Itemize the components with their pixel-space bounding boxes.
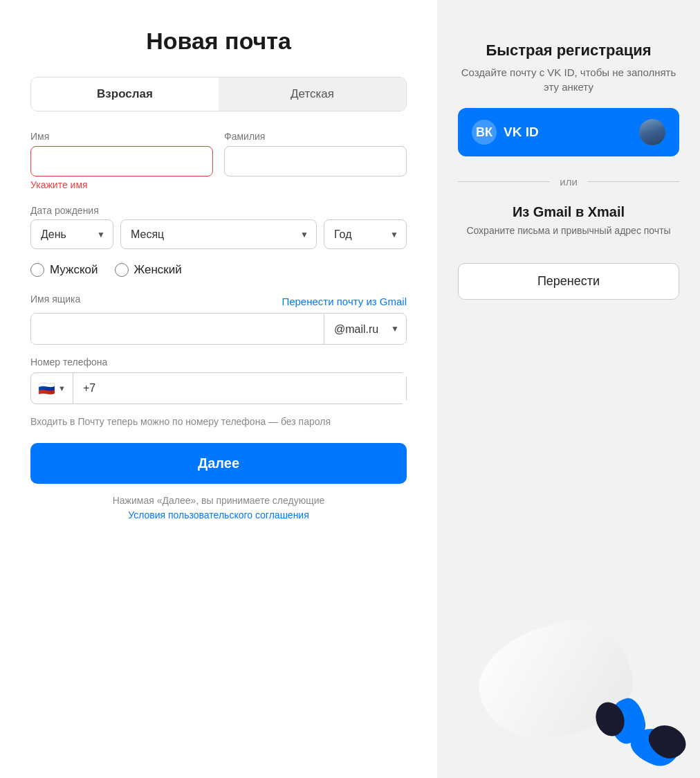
tab-switcher: Взрослая Детская	[30, 77, 407, 111]
or-divider: или	[458, 176, 679, 188]
surname-group: Фамилия	[224, 131, 407, 190]
vk-avatar	[639, 119, 665, 145]
phone-section: Номер телефона 🇷🇺 ▼	[30, 356, 407, 404]
gender-female-text: Женский	[134, 263, 182, 277]
gender-male-text: Мужской	[50, 263, 98, 277]
email-label-row: Имя ящика Перенести почту из Gmail	[30, 293, 407, 309]
or-line-right	[587, 181, 679, 182]
mailbox-label: Имя ящика	[30, 293, 80, 305]
russia-flag-icon: 🇷🇺	[38, 380, 55, 397]
transfer-button[interactable]: Перенести	[458, 263, 679, 300]
decorative-blobs	[465, 612, 700, 778]
left-panel: Новая почта Взрослая Детская Имя Укажите…	[0, 0, 437, 778]
vk-avatar-photo	[639, 119, 665, 145]
quick-reg-subtitle: Создайте почту с VK ID, чтобы не заполня…	[458, 65, 679, 94]
or-text: или	[560, 176, 578, 188]
email-section: Имя ящика Перенести почту из Gmail @mail…	[30, 293, 407, 345]
dob-day-select[interactable]: День	[30, 219, 113, 249]
dob-day-wrap: День ▼	[30, 219, 113, 249]
name-label: Имя	[30, 131, 213, 142]
name-error: Укажите имя	[30, 179, 213, 190]
tab-adult[interactable]: Взрослая	[31, 78, 219, 111]
vk-btn-left: ВК VK ID	[472, 120, 539, 145]
email-input-row: @mail.ru @inbox.ru @list.ru @bk.ru ▼	[30, 313, 407, 345]
gender-male-radio[interactable]	[30, 263, 44, 277]
terms-container: Нажимая «Далее», вы принимаете следующие…	[113, 494, 325, 523]
gender-male-label[interactable]: Мужской	[30, 263, 98, 277]
vk-btn-label: VK ID	[504, 125, 539, 140]
terms-link[interactable]: Условия пользовательского соглашения	[128, 509, 309, 521]
quick-reg-title: Быстрая регистрация	[486, 42, 651, 60]
phone-hint: Входить в Почту теперь можно по номеру т…	[30, 415, 407, 429]
terms-text: Нажимая «Далее», вы принимаете следующие	[113, 495, 325, 506]
name-input[interactable]	[30, 146, 213, 177]
phone-label: Номер телефона	[30, 356, 107, 368]
gmail-section: Из Gmail в Xmail Сохраните письма и прив…	[458, 204, 679, 249]
name-surname-row: Имя Укажите имя Фамилия	[30, 131, 407, 201]
vk-logo-icon: ВК	[472, 120, 497, 145]
submit-button[interactable]: Далее	[30, 443, 407, 484]
gmail-title: Из Gmail в Xmail	[458, 204, 679, 220]
surname-input[interactable]	[224, 146, 407, 177]
phone-flag-chevron-icon: ▼	[58, 384, 66, 392]
or-line-left	[458, 181, 550, 182]
vk-id-button[interactable]: ВК VK ID	[458, 108, 679, 156]
dob-month-wrap: Месяц ▼	[120, 219, 317, 249]
gender-row: Мужской Женский	[30, 263, 407, 277]
right-panel: Быстрая регистрация Создайте почту с VK …	[437, 0, 700, 778]
dob-month-select[interactable]: Месяц	[120, 219, 317, 249]
transfer-gmail-link[interactable]: Перенести почту из Gmail	[282, 296, 407, 307]
name-group: Имя Укажите имя	[30, 131, 213, 190]
gender-female-radio[interactable]	[115, 263, 129, 277]
phone-flag-wrap[interactable]: 🇷🇺 ▼	[31, 373, 73, 404]
gmail-subtitle: Сохраните письма и привычный адрес почты	[458, 224, 679, 238]
dob-row: День ▼ Месяц ▼ Год ▼	[30, 219, 407, 249]
surname-label: Фамилия	[224, 131, 407, 142]
email-domain-wrap: @mail.ru @inbox.ru @list.ru @bk.ru ▼	[324, 314, 406, 344]
dob-label: Дата рождения	[30, 205, 99, 216]
page-title: Новая почта	[146, 28, 291, 55]
gender-female-label[interactable]: Женский	[115, 263, 182, 277]
phone-input[interactable]	[73, 373, 406, 404]
dob-year-wrap: Год ▼	[324, 219, 407, 249]
tab-child[interactable]: Детская	[219, 78, 406, 111]
mailbox-input[interactable]	[31, 314, 324, 344]
dob-year-select[interactable]: Год	[324, 219, 407, 249]
email-domain-select[interactable]: @mail.ru @inbox.ru @list.ru @bk.ru	[324, 314, 406, 344]
phone-input-row: 🇷🇺 ▼	[30, 372, 407, 404]
